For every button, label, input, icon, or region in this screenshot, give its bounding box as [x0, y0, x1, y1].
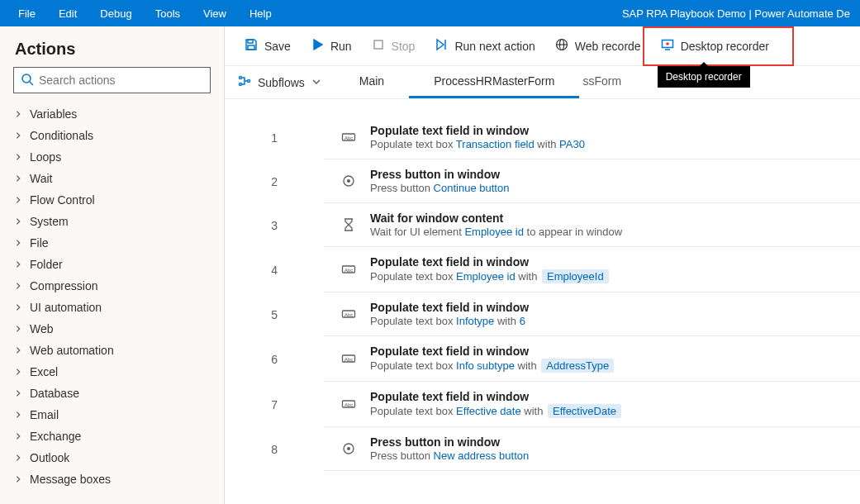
- step-description: Populate text box Employee id with Emplo…: [370, 269, 609, 283]
- menubar: FileEditDebugToolsViewHelp SAP RPA Playb…: [0, 0, 860, 26]
- chevron-right-icon: [13, 453, 23, 463]
- step-card[interactable]: AbcPopulate text field in windowPopulate…: [324, 292, 860, 336]
- press-icon: [340, 173, 357, 189]
- chevron-right-icon: [13, 152, 23, 162]
- chevron-right-icon: [13, 109, 23, 119]
- menu-debug[interactable]: Debug: [88, 0, 143, 26]
- chevron-right-icon: [13, 195, 23, 205]
- step-card[interactable]: Press button in windowPress button New a…: [324, 427, 860, 471]
- wait-icon: [340, 216, 357, 233]
- step-number: 6: [225, 336, 301, 382]
- step-description: Populate text box Infotype with 6: [370, 315, 529, 327]
- category-message-boxes[interactable]: Message boxes: [0, 468, 224, 490]
- step-row: 8Press button in windowPress button New …: [225, 427, 860, 471]
- textfield-icon: Abc: [340, 396, 357, 412]
- desktop-recorder-button[interactable]: Desktop recorder Desktop recorder: [651, 26, 779, 66]
- tab-partial[interactable]: ssForm: [579, 66, 634, 98]
- category-variables[interactable]: Variables: [0, 103, 224, 125]
- category-database[interactable]: Database: [0, 383, 224, 404]
- svg-text:Abc: Abc: [344, 312, 353, 317]
- chevron-right-icon: [13, 388, 23, 398]
- chevron-right-icon: [13, 367, 23, 377]
- textfield-icon: Abc: [340, 350, 357, 367]
- step-card[interactable]: Press button in windowPress button Conti…: [324, 159, 860, 203]
- category-loops[interactable]: Loops: [0, 146, 224, 168]
- step-title: Populate text field in window: [370, 390, 621, 403]
- chevron-right-icon: [13, 216, 23, 226]
- menu-tools[interactable]: Tools: [144, 0, 192, 26]
- search-box[interactable]: [13, 67, 211, 93]
- step-card[interactable]: AbcPopulate text field in windowPopulate…: [324, 336, 860, 382]
- category-ui-automation[interactable]: UI automation: [0, 297, 224, 318]
- menu-edit[interactable]: Edit: [47, 0, 88, 26]
- step-description: Populate text box Transaction field with…: [370, 138, 585, 150]
- svg-rect-3: [248, 45, 254, 50]
- menu-file[interactable]: File: [7, 0, 47, 26]
- svg-rect-4: [374, 40, 382, 49]
- step-number: 7: [225, 382, 301, 427]
- category-file[interactable]: File: [0, 232, 224, 254]
- svg-point-12: [240, 77, 242, 79]
- svg-text:Abc: Abc: [344, 357, 353, 362]
- tab-strip: Subflows MainProcessHRMasterForm ssForm: [225, 66, 860, 99]
- tab-processhrmasterform[interactable]: ProcessHRMasterForm: [409, 66, 579, 98]
- step-number: 4: [225, 247, 301, 292]
- run-button[interactable]: Run: [301, 26, 362, 66]
- menu-help[interactable]: Help: [238, 0, 283, 26]
- workbench: 1AbcPopulate text field in windowPopulat…: [225, 99, 860, 504]
- step-row: 6AbcPopulate text field in windowPopulat…: [225, 336, 860, 382]
- step-description: Press button Continue button: [370, 182, 509, 194]
- chevron-down-icon: [311, 76, 321, 89]
- svg-point-0: [22, 74, 31, 83]
- svg-rect-2: [248, 40, 253, 43]
- web-recorder-button[interactable]: Web recorde: [545, 26, 651, 66]
- category-outlook[interactable]: Outlook: [0, 447, 224, 468]
- svg-text:Abc: Abc: [344, 402, 353, 407]
- category-conditionals[interactable]: Conditionals: [0, 125, 224, 146]
- category-compression[interactable]: Compression: [0, 275, 224, 297]
- step-row: 3Wait for window contentWait for UI elem…: [225, 203, 860, 247]
- step-row: 1AbcPopulate text field in windowPopulat…: [225, 116, 860, 159]
- step-title: Populate text field in window: [370, 255, 609, 269]
- step-number: 3: [225, 203, 301, 247]
- chevron-right-icon: [13, 174, 23, 183]
- subflows-button[interactable]: Subflows: [225, 66, 335, 98]
- category-folder[interactable]: Folder: [0, 254, 224, 275]
- svg-line-1: [30, 82, 33, 85]
- step-icon: [435, 38, 448, 54]
- svg-point-18: [347, 179, 350, 183]
- sidebar-title: Actions: [0, 26, 224, 67]
- step-number: 5: [225, 292, 301, 336]
- run-next-button[interactable]: Run next action: [425, 26, 544, 66]
- category-excel[interactable]: Excel: [0, 361, 224, 383]
- search-input[interactable]: [39, 74, 203, 87]
- category-email[interactable]: Email: [0, 404, 224, 426]
- step-card[interactable]: AbcPopulate text field in windowPopulate…: [324, 382, 860, 427]
- step-title: Press button in window: [370, 168, 509, 181]
- step-card[interactable]: AbcPopulate text field in windowPopulate…: [324, 116, 860, 159]
- step-card[interactable]: Wait for window contentWait for UI eleme…: [324, 203, 860, 247]
- category-exchange[interactable]: Exchange: [0, 426, 224, 447]
- category-system[interactable]: System: [0, 211, 224, 232]
- step-title: Populate text field in window: [370, 124, 585, 137]
- menu-view[interactable]: View: [192, 0, 238, 26]
- desktop-icon: [661, 38, 674, 54]
- category-web[interactable]: Web: [0, 318, 224, 340]
- step-row: 4AbcPopulate text field in windowPopulat…: [225, 247, 860, 292]
- step-row: 2Press button in windowPress button Cont…: [225, 159, 860, 203]
- stop-icon: [372, 38, 385, 54]
- stop-button[interactable]: Stop: [362, 26, 425, 66]
- chevron-right-icon: [13, 281, 23, 291]
- tooltip: Desktop recorder: [658, 66, 750, 88]
- chevron-right-icon: [13, 431, 23, 441]
- category-wait[interactable]: Wait: [0, 168, 224, 189]
- textfield-icon: Abc: [340, 306, 357, 322]
- tab-main[interactable]: Main: [335, 66, 409, 98]
- save-button[interactable]: Save: [235, 26, 301, 66]
- step-card[interactable]: AbcPopulate text field in windowPopulate…: [324, 247, 860, 292]
- textfield-icon: Abc: [340, 261, 357, 278]
- step-description: Populate text box Effective date with Ef…: [370, 404, 621, 418]
- category-web-automation[interactable]: Web automation: [0, 340, 224, 361]
- step-description: Wait for UI element Employee id to appea…: [370, 226, 622, 238]
- category-flow-control[interactable]: Flow Control: [0, 189, 224, 211]
